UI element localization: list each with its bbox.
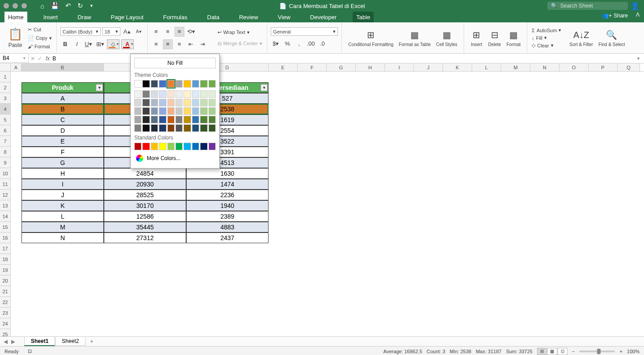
sheet-nav-next-icon[interactable]: ▶	[11, 338, 15, 345]
name-box[interactable]: B4▾	[0, 54, 29, 63]
column-header-H[interactable]: H	[356, 63, 385, 71]
column-header-E[interactable]: E	[269, 63, 298, 71]
column-header-J[interactable]: J	[414, 63, 443, 71]
color-swatch[interactable]	[142, 90, 149, 98]
color-swatch[interactable]	[159, 80, 166, 88]
wrap-text-button[interactable]: ↩Wrap Text ▾	[217, 29, 264, 36]
cell-C12[interactable]: 28525	[104, 190, 186, 200]
color-swatch[interactable]	[192, 107, 199, 115]
tab-draw[interactable]: Draw	[74, 12, 94, 22]
color-swatch[interactable]	[175, 124, 183, 132]
color-swatch[interactable]	[200, 107, 207, 115]
zoom-out-button[interactable]: −	[572, 349, 575, 354]
tab-table[interactable]: Table	[353, 12, 374, 22]
format-cells-button[interactable]: ▦Format	[504, 28, 524, 48]
sheet-nav-prev-icon[interactable]: ◀	[4, 338, 8, 345]
comma-button[interactable]: ,	[294, 38, 304, 48]
cell-D12[interactable]: 2236	[186, 190, 269, 200]
cell-B13[interactable]: K	[21, 200, 104, 211]
color-swatch[interactable]	[192, 124, 199, 132]
color-swatch[interactable]	[142, 124, 149, 132]
fx-icon[interactable]: fx	[46, 55, 50, 62]
format-as-table-button[interactable]: ▦Format as Table	[396, 28, 434, 48]
bold-button[interactable]: B	[60, 39, 70, 49]
cell-B14[interactable]: L	[21, 211, 104, 222]
row-header-18[interactable]: 18	[0, 254, 11, 265]
select-all-corner[interactable]	[0, 63, 11, 71]
color-swatch[interactable]	[183, 107, 191, 115]
align-top-button[interactable]: ≡	[151, 27, 161, 37]
column-header-O[interactable]: O	[559, 63, 589, 71]
color-swatch[interactable]	[134, 90, 141, 98]
row-header-11[interactable]: 11	[0, 179, 11, 190]
color-swatch[interactable]	[175, 99, 183, 106]
column-header-B[interactable]: B	[21, 63, 104, 71]
font-color-button[interactable]: A ▾	[121, 39, 134, 49]
more-colors-button[interactable]: More Colors...	[134, 152, 216, 165]
undo-icon[interactable]: ↶	[65, 2, 71, 10]
row-header-14[interactable]: 14	[0, 211, 11, 222]
color-swatch[interactable]	[151, 107, 158, 115]
row-header-17[interactable]: 17	[0, 243, 11, 254]
color-swatch[interactable]	[192, 90, 199, 98]
row-header-25[interactable]: 25	[0, 329, 11, 336]
accept-formula-icon[interactable]: ✓	[38, 55, 42, 62]
color-swatch[interactable]	[159, 124, 166, 132]
color-swatch[interactable]	[175, 80, 183, 88]
color-swatch[interactable]	[159, 107, 166, 115]
color-swatch[interactable]	[200, 80, 207, 88]
color-swatch[interactable]	[192, 143, 199, 150]
sort-filter-button[interactable]: A↓ZSort & Filter	[567, 28, 596, 48]
row-header-10[interactable]: 10	[0, 168, 11, 179]
cell-B8[interactable]: F	[21, 147, 104, 157]
align-middle-button[interactable]: ≡	[163, 27, 173, 37]
cell-B3[interactable]: A	[21, 93, 104, 104]
tab-data[interactable]: Data	[204, 12, 223, 22]
column-header-K[interactable]: K	[443, 63, 472, 71]
cell-B4[interactable]: B	[21, 104, 104, 114]
autosum-button[interactable]: ΣAutoSum ▾	[531, 27, 562, 34]
color-swatch[interactable]	[167, 80, 175, 88]
filter-dropdown-icon[interactable]: ▾	[260, 84, 268, 91]
color-swatch[interactable]	[183, 99, 191, 106]
tab-developer[interactable]: Developer	[307, 12, 340, 22]
color-swatch[interactable]	[183, 90, 191, 98]
row-header-2[interactable]: 2	[0, 82, 11, 93]
cell-B12[interactable]: J	[21, 190, 104, 200]
align-center-button[interactable]: ≡	[163, 39, 173, 49]
search-sheet-input[interactable]: 🔍 Search Sheet	[547, 2, 628, 10]
clear-button[interactable]: ◇Clear ▾	[531, 42, 562, 49]
color-swatch[interactable]	[151, 124, 158, 132]
row-header-13[interactable]: 13	[0, 200, 11, 211]
cell-B7[interactable]: E	[21, 136, 104, 147]
color-swatch[interactable]	[151, 80, 158, 88]
color-swatch[interactable]	[175, 116, 183, 123]
fill-color-button[interactable]: ◇ ▾	[107, 39, 119, 49]
color-swatch[interactable]	[134, 80, 141, 88]
color-swatch[interactable]	[167, 124, 175, 132]
cell-B11[interactable]: I	[21, 179, 104, 190]
row-header-8[interactable]: 8	[0, 147, 11, 157]
row-header-12[interactable]: 12	[0, 190, 11, 200]
color-swatch[interactable]	[142, 107, 149, 115]
column-header-F[interactable]: F	[298, 63, 327, 71]
color-swatch[interactable]	[200, 116, 207, 123]
number-format-select[interactable]: General▾	[271, 27, 338, 36]
color-swatch[interactable]	[167, 107, 175, 115]
row-header-23[interactable]: 23	[0, 308, 11, 318]
border-button[interactable]: ⊞▾	[95, 39, 105, 49]
cell-B10[interactable]: H	[21, 168, 104, 179]
copy-button[interactable]: 📄Copy ▾	[27, 35, 53, 42]
save-icon[interactable]: 💾	[51, 2, 59, 10]
zoom-in-button[interactable]: +	[619, 349, 622, 354]
column-header-G[interactable]: G	[327, 63, 356, 71]
fill-button[interactable]: ↓Fill ▾	[531, 34, 562, 41]
zoom-level[interactable]: 100%	[627, 349, 640, 354]
tab-insert[interactable]: Insert	[40, 12, 62, 22]
sheet-tab-1[interactable]: Sheet1	[24, 337, 55, 346]
increase-font-button[interactable]: A▴	[122, 27, 132, 37]
tab-review[interactable]: Review	[235, 12, 262, 22]
cell-B9[interactable]: G	[21, 157, 104, 168]
cell-D16[interactable]: 2437	[186, 232, 269, 243]
column-header-M[interactable]: M	[501, 63, 530, 71]
